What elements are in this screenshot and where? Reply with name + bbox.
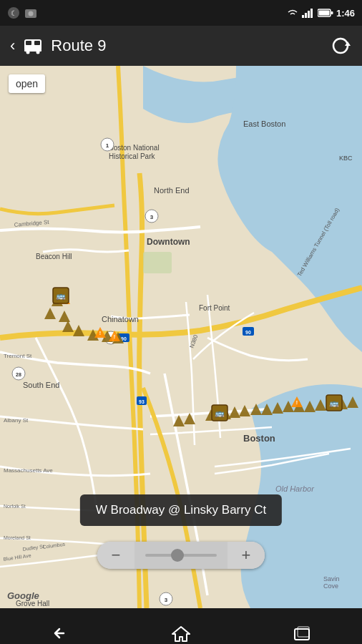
svg-text:93: 93 (139, 399, 145, 404)
svg-text:East Boston: East Boston (243, 119, 285, 128)
svg-rect-19 (143, 252, 172, 273)
status-bar-left: ☾ (7, 6, 37, 19)
svg-rect-100 (295, 629, 309, 640)
battery-icon (318, 9, 333, 17)
svg-text:Old Harbor: Old Harbor (275, 484, 315, 493)
signal-icon (302, 8, 315, 18)
svg-text:North End: North End (154, 186, 190, 195)
svg-text:Cove: Cove (323, 582, 338, 590)
recent-apps-icon (293, 625, 311, 641)
svg-text:Albany St: Albany St (4, 417, 29, 424)
back-arrow-icon (49, 625, 71, 642)
status-bar: ☾ 1:46 (0, 0, 362, 26)
svg-text:Chinatown: Chinatown (102, 315, 139, 323)
camera-icon (24, 6, 37, 19)
svg-text:3: 3 (165, 597, 168, 603)
svg-text:3: 3 (150, 214, 154, 220)
top-bar-left: ‹ Route 9 (10, 35, 106, 57)
zoom-slider-thumb[interactable] (171, 549, 184, 562)
svg-text:Downtown: Downtown (147, 237, 190, 247)
svg-text:South End: South End (23, 381, 59, 389)
svg-rect-6 (308, 11, 310, 18)
nav-back-button[interactable] (39, 619, 82, 644)
home-icon (171, 624, 191, 643)
svg-text:🚌: 🚌 (56, 291, 66, 301)
bus-icon (22, 35, 44, 57)
svg-text:28: 28 (16, 372, 21, 377)
svg-text:!: ! (114, 334, 115, 339)
wifi-icon (286, 8, 299, 18)
svg-text:Moreland St: Moreland St (4, 535, 31, 540)
svg-text:Historical Park: Historical Park (109, 152, 155, 160)
svg-rect-4 (302, 15, 304, 18)
map-svg: Boston National Historical Park East Bos… (0, 66, 362, 608)
nav-home-button[interactable] (160, 619, 202, 644)
zoom-slider-track (145, 554, 217, 557)
svg-rect-5 (305, 13, 307, 18)
zoom-out-button[interactable]: − (97, 542, 134, 569)
svg-text:Massachusetts Ave: Massachusetts Ave (4, 467, 53, 474)
svg-text:Savin: Savin (323, 575, 340, 582)
bottom-nav (0, 608, 362, 644)
svg-text:!: ! (99, 331, 101, 336)
back-button[interactable]: ‹ (10, 36, 15, 55)
map-tooltip: W Broadway @ Linsky Barry Ct (80, 494, 282, 526)
svg-text:90: 90 (245, 330, 251, 335)
zoom-slider[interactable] (134, 542, 228, 569)
svg-rect-7 (310, 9, 313, 18)
zoom-in-button[interactable]: + (228, 542, 265, 569)
svg-text:Fort Point: Fort Point (199, 304, 230, 312)
svg-text:Boston: Boston (243, 433, 275, 444)
svg-rect-13 (34, 41, 40, 45)
svg-text:🚌: 🚌 (215, 408, 225, 418)
svg-text:Norfolk St: Norfolk St (4, 504, 26, 509)
svg-rect-10 (318, 11, 329, 16)
svg-rect-12 (26, 41, 31, 45)
svg-text:KBC: KBC (339, 155, 353, 162)
svg-text:Boston National: Boston National (109, 144, 160, 152)
google-logo: Google (7, 590, 39, 601)
svg-point-16 (36, 51, 40, 54)
svg-text:!: ! (296, 400, 298, 405)
clock: 1:46 (336, 8, 355, 19)
svg-point-3 (29, 11, 34, 16)
status-bar-right: 1:46 (286, 8, 355, 19)
svg-text:Tremont St: Tremont St (4, 353, 32, 359)
route-title: Route 9 (51, 36, 106, 55)
svg-text:Beacon Hill: Beacon Hill (36, 253, 72, 260)
svg-rect-9 (331, 11, 333, 14)
map-container[interactable]: Boston National Historical Park East Bos… (0, 66, 362, 608)
top-bar: ‹ Route 9 (0, 26, 362, 66)
svg-text:🚌: 🚌 (329, 398, 339, 408)
nav-recent-button[interactable] (280, 619, 323, 644)
svg-point-15 (26, 51, 30, 54)
open-button[interactable]: open (9, 74, 45, 93)
notification-icon: ☾ (7, 6, 20, 19)
zoom-controls[interactable]: − + (97, 542, 265, 569)
svg-text:1: 1 (106, 142, 109, 149)
svg-text:☾: ☾ (11, 9, 17, 17)
refresh-button[interactable] (329, 34, 352, 57)
